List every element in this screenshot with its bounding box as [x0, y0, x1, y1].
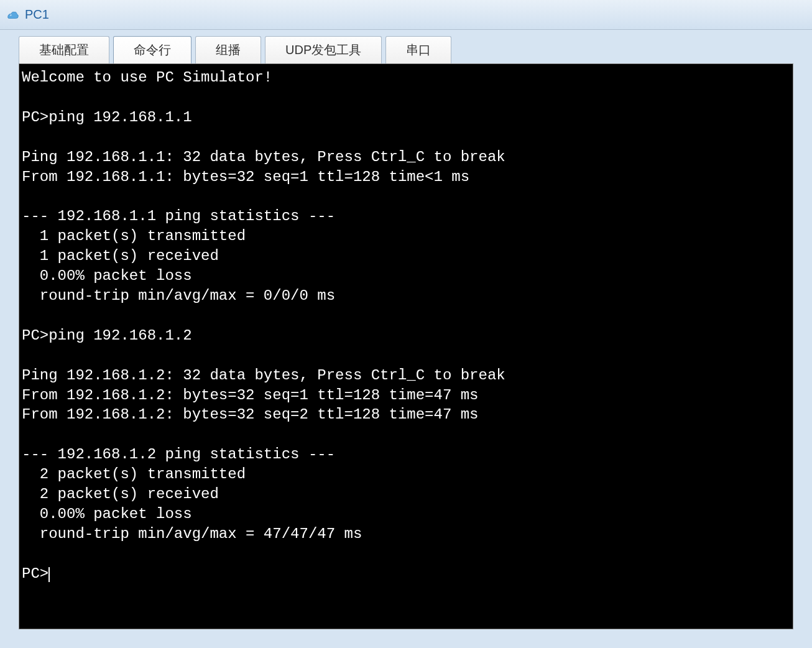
terminal[interactable]: Welcome to use PC Simulator! PC>ping 192… [19, 63, 793, 629]
tab-multicast[interactable]: 组播 [195, 36, 261, 63]
window: PC1 基础配置 命令行 组播 UDP发包工具 串口 Welcome to us… [0, 0, 812, 648]
title-bar: PC1 [0, 0, 812, 30]
tab-basic-config[interactable]: 基础配置 [19, 36, 109, 63]
terminal-cursor [48, 567, 50, 582]
tabs-container: 基础配置 命令行 组播 UDP发包工具 串口 [0, 30, 812, 63]
terminal-output: Welcome to use PC Simulator! PC>ping 192… [22, 69, 505, 542]
tab-udp-tool[interactable]: UDP发包工具 [265, 36, 382, 63]
app-icon [5, 7, 20, 22]
tab-serial[interactable]: 串口 [385, 36, 451, 63]
tab-cli[interactable]: 命令行 [113, 36, 191, 63]
window-title: PC1 [25, 7, 49, 22]
terminal-prompt: PC> [22, 565, 48, 582]
